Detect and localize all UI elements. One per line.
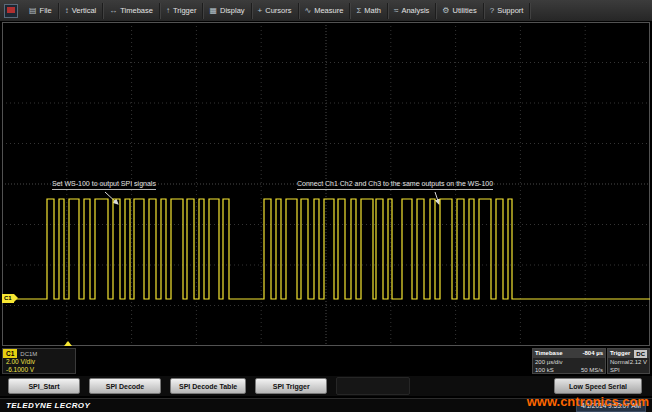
timebase-descriptor[interactable]: Timebase -804 µs 200 µs/div 100 kS 50 MS… (532, 348, 606, 374)
menu-item-label: Vertical (72, 6, 97, 15)
timebase-label: Timebase (535, 349, 563, 358)
menu-item-label: Timebase (120, 6, 153, 15)
timebase-icon: ↔ (109, 7, 117, 15)
timebase-samples: 100 kS (535, 366, 554, 374)
button-spi-decode[interactable]: SPI Decode (89, 378, 161, 394)
trigger-level: 2.12 V (630, 358, 647, 366)
channel-c1-offset-marker[interactable]: C1 (2, 294, 14, 303)
oscilloscope-screen: ▤File↕Vertical↔Timebase↑Trigger▦Display+… (0, 0, 652, 412)
timebase-delay: -804 µs (583, 349, 603, 358)
menu-bar: ▤File↕Vertical↔Timebase↑Trigger▦Display+… (0, 0, 652, 22)
trigger-label: Trigger (610, 349, 630, 358)
utilities-icon: ⚙ (442, 7, 449, 15)
annotation-arrow-1 (105, 192, 118, 204)
menu-item-label: Support (497, 6, 523, 15)
menu-item-vertical[interactable]: ↕Vertical (59, 3, 104, 19)
button-spi-trigger[interactable]: SPI Trigger (255, 378, 327, 394)
annotation-label-2: Connect Ch1 Ch2 and Ch3 to the same outp… (297, 180, 493, 190)
trigger-descriptor[interactable]: Trigger DC Normal 2.12 V SPI (607, 348, 650, 374)
menu-item-label: Measure (314, 6, 343, 15)
channel-tab[interactable]: C1 (3, 349, 17, 358)
menu-item-label: Utilities (453, 6, 477, 15)
support-icon: ? (490, 7, 494, 15)
menu-item-utilities[interactable]: ⚙Utilities (436, 3, 483, 19)
channel-c1-descriptor[interactable]: C1 DC1M 2.00 V/div -6.1000 V (2, 348, 76, 374)
menu-item-label: Math (364, 6, 381, 15)
watermark: www.cntronics.com (527, 394, 649, 409)
channel-offset: -6.1000 V (3, 366, 75, 374)
trigger-position-marker[interactable] (64, 341, 72, 346)
menu-item-timebase[interactable]: ↔Timebase (103, 3, 160, 19)
trigger-type: SPI (610, 366, 620, 374)
menu-item-trigger[interactable]: ↑Trigger (160, 3, 203, 19)
low-speed-serial-button[interactable]: Low Speed Serial (554, 378, 642, 394)
menu-item-display[interactable]: ▦Display (203, 3, 251, 19)
vertical-icon: ↕ (65, 7, 69, 15)
menu-item-measure[interactable]: ∿Measure (299, 3, 351, 19)
empty-button-slot (336, 377, 410, 395)
button-spi-start[interactable]: SPI_Start (8, 378, 80, 394)
file-icon: ▤ (29, 7, 37, 15)
menu-item-label: Display (220, 6, 245, 15)
channel-coupling: DC1M (20, 351, 37, 357)
menu-item-file[interactable]: ▤File (23, 3, 59, 19)
annotation-label-1: Set WS-100 to output SPI signals (52, 180, 156, 190)
waveform-display-area[interactable]: Set WS-100 to output SPI signals Connect… (2, 22, 650, 346)
softkey-buttons: SPI_StartSPI DecodeSPI Decode TableSPI T… (8, 378, 327, 394)
timebase-tdiv: 200 µs/div (535, 358, 562, 366)
menu-item-label: Trigger (173, 6, 196, 15)
brand-logo: TELEDYNE LECROY (6, 401, 90, 410)
menu-item-analysis[interactable]: ≈Analysis (388, 3, 436, 19)
trigger-mode: Normal (610, 358, 629, 366)
trigger-icon: ↑ (166, 7, 170, 15)
menu-item-support[interactable]: ?Support (484, 3, 531, 19)
menu-item-cursors[interactable]: +Cursors (252, 3, 299, 19)
trigger-coupling-badge: DC (634, 350, 647, 358)
button-spi-decode-table[interactable]: SPI Decode Table (170, 378, 246, 394)
menu-items: ▤File↕Vertical↔Timebase↑Trigger▦Display+… (23, 3, 530, 19)
measure-icon: ∿ (305, 7, 312, 15)
display-icon: ▦ (209, 7, 217, 15)
menu-item-label: Analysis (401, 6, 429, 15)
softkey-button-row: SPI_StartSPI DecodeSPI Decode TableSPI T… (0, 376, 652, 396)
app-icon (4, 4, 18, 18)
channel-vdiv: 2.00 V/div (3, 358, 75, 366)
menu-item-label: File (40, 6, 52, 15)
menu-item-math[interactable]: ΣMath (350, 3, 388, 19)
math-icon: Σ (356, 7, 361, 15)
cursors-icon: + (258, 7, 263, 15)
analysis-icon: ≈ (394, 7, 398, 15)
timebase-rate: 50 MS/s (581, 366, 603, 374)
menu-item-label: Cursors (265, 6, 291, 15)
